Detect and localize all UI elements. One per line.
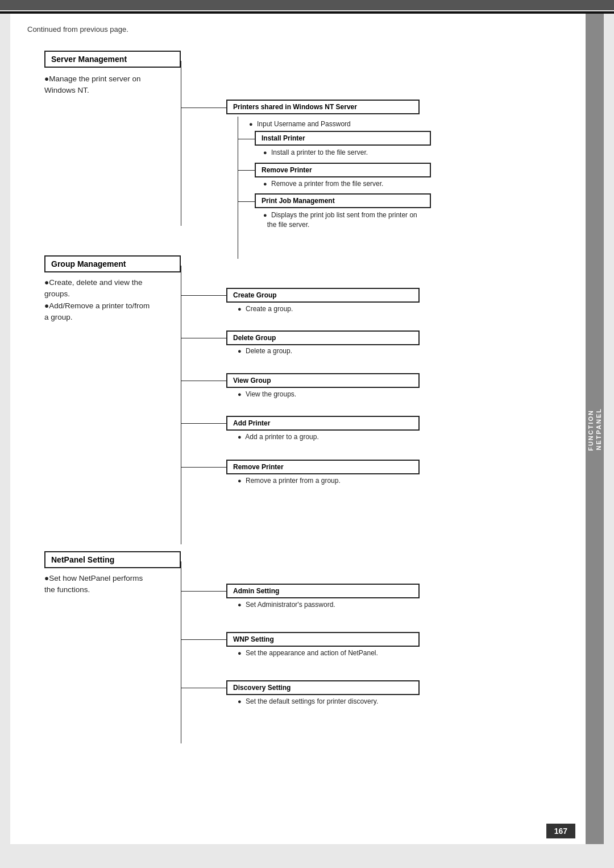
group-management-box: Group Management [44, 255, 181, 272]
create-group-box: Create Group [226, 288, 420, 303]
side-tab-line2: FUNCTION [587, 410, 594, 451]
view-group-box: View Group [226, 373, 420, 388]
gm-h-create [181, 295, 226, 296]
server-management-desc: ●Manage the print server on Windows NT. [44, 73, 181, 97]
side-tab-line1: NETPANEL [595, 408, 602, 450]
top-bar [0, 0, 614, 10]
sm-h-install [238, 139, 255, 139]
np-h-admin [181, 591, 226, 592]
wnp-setting-box: WNP Setting [226, 632, 420, 647]
main-content: Continued from previous page. Server Man… [10, 14, 604, 844]
gm-h-view [181, 381, 226, 381]
add-printer-desc: Add a printer to a group. [238, 433, 319, 441]
np-h-wnp [181, 639, 226, 640]
wnp-setting-desc: Set the appearance and action of NetPane… [238, 649, 378, 657]
discovery-setting-box: Discovery Setting [226, 680, 420, 695]
sm-inner-v [238, 117, 238, 259]
group-management-desc: ●Create, delete and view the groups. ●Ad… [44, 277, 184, 323]
delete-group-desc: Delete a group. [238, 347, 292, 355]
side-tab: NETPANEL FUNCTION [586, 14, 604, 844]
admin-setting-desc: Set Administrator's password. [238, 601, 335, 609]
printers-shared-box: Printers shared in Windows NT Server [226, 100, 420, 114]
install-printer-desc: Install a printer to the file server. [263, 148, 368, 156]
view-group-desc: View the groups. [238, 390, 296, 398]
np-h-discovery [181, 688, 226, 688]
discovery-setting-desc: Set the default settings for printer dis… [238, 697, 378, 705]
gm-h-delete [181, 338, 226, 338]
netpanel-setting-desc: ●Set how NetPanel performs the functions… [44, 573, 184, 596]
sm-v-line [181, 61, 181, 226]
gm-h-remove [181, 467, 226, 468]
diagram-container: Server Management ●Manage the print serv… [27, 45, 587, 773]
print-job-desc: Displays the print job list sent from th… [263, 210, 417, 230]
remove-printer-group-desc: Remove a printer from a group. [238, 477, 341, 485]
add-printer-box: Add Printer [226, 416, 420, 431]
server-management-box: Server Management [44, 51, 181, 68]
remove-printer-group-box: Remove Printer [226, 460, 420, 474]
sm-h-line-header [181, 108, 226, 108]
np-v-line [181, 561, 181, 743]
sm-input-username: Input Username and Password [249, 120, 351, 128]
remove-printer-server-box: Remove Printer [255, 163, 431, 177]
admin-setting-box: Admin Setting [226, 584, 420, 598]
gm-h-add [181, 423, 226, 424]
remove-printer-server-desc: Remove a printer from the file server. [263, 180, 383, 188]
sm-h-printjob [238, 201, 255, 202]
install-printer-box: Install Printer [255, 131, 431, 146]
sm-h-remove [238, 170, 255, 171]
page-number: 167 [546, 824, 575, 838]
continued-text: Continued from previous page. [27, 25, 587, 34]
create-group-desc: Create a group. [238, 305, 293, 313]
delete-group-box: Delete Group [226, 330, 420, 345]
netpanel-setting-box: NetPanel Setting [44, 551, 181, 568]
gm-v-line [181, 266, 181, 544]
print-job-mgmt-box: Print Job Management [255, 193, 431, 208]
